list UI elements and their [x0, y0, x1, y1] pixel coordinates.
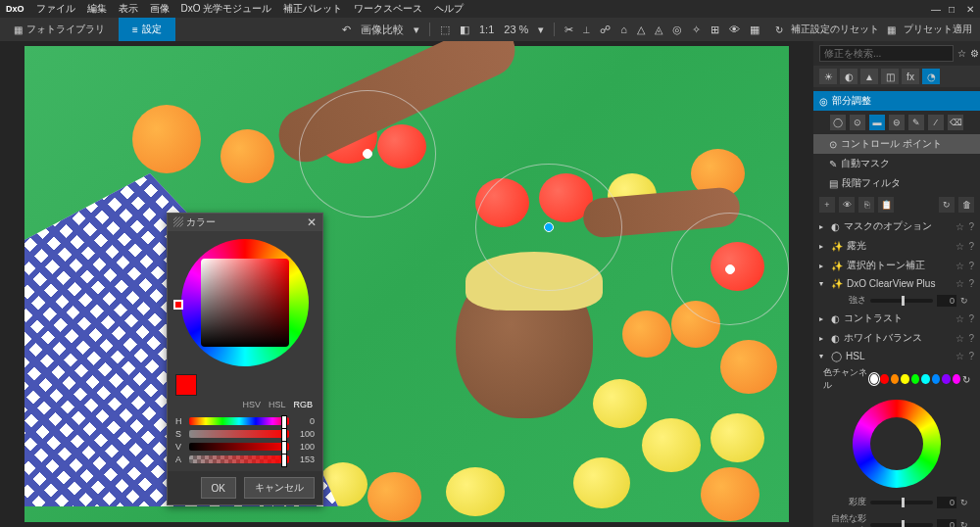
perspective-icon[interactable]: ☍ — [600, 24, 611, 36]
chip-red[interactable] — [880, 374, 888, 384]
tab-hsl[interactable]: HSL — [269, 400, 286, 409]
sat-slider[interactable] — [189, 430, 289, 438]
chip-purple[interactable] — [942, 374, 950, 384]
item-grad-filter[interactable]: ▤段階フィルタ — [813, 173, 980, 193]
tab-settings[interactable]: ≡ 設定 — [119, 18, 175, 41]
panel-partial-adjust[interactable]: ◎ 部分調整 — [813, 91, 980, 111]
add-icon[interactable]: + — [819, 197, 835, 213]
menu-dxo-optics[interactable]: DxO 光学モジュール — [181, 2, 272, 16]
section-selective-tone[interactable]: ▸✨選択的トーン補正☆? — [813, 256, 980, 275]
tab-library[interactable]: ▦ フォトライブラリ — [0, 18, 119, 41]
reset-chips-icon[interactable]: ↻ — [962, 374, 970, 385]
chip-cyan[interactable] — [921, 374, 929, 384]
eraser-icon[interactable]: ⌫ — [948, 115, 963, 130]
section-exposure[interactable]: ▸✨露光☆? — [813, 236, 980, 256]
search-input[interactable] — [819, 45, 954, 62]
preset-button[interactable]: プリセット適用 — [904, 23, 972, 36]
dust-icon[interactable]: ✧ — [692, 24, 701, 36]
dialog-titlebar[interactable]: ▨ カラー ✕ — [168, 214, 322, 231]
scale-label[interactable]: 1:1 — [479, 24, 494, 35]
section-mask-option[interactable]: ▸◐マスクのオプション☆? — [813, 216, 980, 236]
section-clearview[interactable]: ▾✨DxO ClearView Plus☆? — [813, 275, 980, 292]
copy-icon[interactable]: ⎘ — [858, 197, 874, 213]
val-slider[interactable] — [189, 443, 289, 451]
reset-slider-icon[interactable]: ↻ — [960, 296, 968, 306]
tab-light-icon[interactable]: ☀ — [819, 69, 837, 84]
miniature-icon[interactable]: ◬ — [655, 24, 662, 36]
zoom-value[interactable]: 23 % — [504, 24, 528, 35]
menu-file[interactable]: ファイル — [36, 2, 75, 16]
keystone-icon[interactable]: ⌂ — [620, 24, 627, 35]
chip-all[interactable] — [870, 374, 878, 384]
settings-icon[interactable]: ⚙ — [970, 48, 979, 59]
crop-icon[interactable]: ✂ — [564, 24, 573, 36]
chip-orange[interactable] — [891, 374, 899, 384]
reshape-icon[interactable]: △ — [637, 24, 645, 36]
strength-value[interactable]: 0 — [937, 295, 956, 307]
cancel-button[interactable]: キャンセル — [244, 477, 315, 499]
section-hsl[interactable]: ▾◯HSL☆? — [813, 348, 980, 364]
chip-green[interactable] — [911, 374, 919, 384]
chip-yellow[interactable] — [901, 374, 908, 384]
redeye-icon[interactable]: ◎ — [672, 24, 682, 36]
item-control-point[interactable]: ⊙コントロール ポイント — [813, 134, 980, 154]
control-line-icon[interactable]: ◯ — [830, 115, 846, 130]
compare-button[interactable]: 画像比較 — [361, 23, 404, 37]
gradient-icon[interactable]: ∕ — [928, 115, 944, 130]
hue-slider[interactable] — [189, 417, 289, 425]
section-white-balance[interactable]: ▸◐ホワイトバランス☆? — [813, 328, 980, 348]
reset-icon[interactable]: ↻ — [939, 197, 955, 213]
hsl-color-wheel[interactable] — [853, 400, 941, 488]
minimize-icon[interactable]: — — [931, 4, 941, 14]
neg-point-icon[interactable]: ⊖ — [889, 115, 905, 130]
color-wheel[interactable] — [181, 239, 309, 366]
vib-value[interactable]: 0 — [937, 519, 956, 527]
close-icon[interactable]: ✕ — [966, 4, 976, 14]
image-viewer[interactable]: ▨ カラー ✕ HSV HSL RGB H0 S100 V100 A153 OK… — [0, 41, 813, 527]
chevron-down-icon[interactable]: ▾ — [414, 24, 419, 36]
grid-icon[interactable]: ▦ — [750, 24, 760, 36]
tab-hsv[interactable]: HSV — [242, 400, 261, 409]
delete-icon[interactable]: 🗑 — [958, 197, 974, 213]
navigator-icon[interactable]: ◧ — [460, 24, 469, 36]
preset-icon[interactable]: ▦ — [887, 24, 896, 35]
dialog-close-icon[interactable]: ✕ — [307, 216, 317, 229]
zoom-chevron-icon[interactable]: ▾ — [538, 24, 544, 36]
chip-blue[interactable] — [932, 374, 940, 384]
menu-help[interactable]: ヘルプ — [434, 2, 464, 16]
paste-icon[interactable]: 📋 — [878, 197, 894, 213]
reset-sat-icon[interactable]: ↻ — [960, 498, 968, 507]
star-icon[interactable]: ☆ — [957, 48, 966, 59]
alpha-slider[interactable] — [189, 455, 289, 463]
sat-slider[interactable] — [870, 501, 933, 504]
tab-local-icon[interactable]: ◔ — [922, 69, 940, 84]
eye-toggle-icon[interactable]: 👁 — [839, 197, 855, 213]
brush-icon[interactable]: ▬ — [869, 115, 885, 130]
tab-rgb[interactable]: RGB — [293, 400, 313, 409]
sat-value[interactable]: 0 — [937, 497, 956, 508]
tab-geometry-icon[interactable]: ◫ — [881, 69, 899, 84]
menu-image[interactable]: 画像 — [150, 2, 170, 16]
vib-slider[interactable] — [870, 523, 933, 527]
fit-icon[interactable]: ⬚ — [440, 24, 450, 36]
section-contrast[interactable]: ▸◐コントラスト☆? — [813, 309, 980, 328]
menu-edit[interactable]: 編集 — [87, 2, 107, 16]
menu-palette[interactable]: 補正パレット — [283, 2, 342, 16]
chip-magenta[interactable] — [953, 374, 960, 384]
tab-contrast-icon[interactable]: ◐ — [840, 69, 858, 84]
current-color-swatch[interactable] — [175, 374, 197, 396]
menu-view[interactable]: 表示 — [119, 2, 138, 16]
watermark-icon[interactable]: ⊞ — [710, 24, 719, 36]
maximize-icon[interactable]: □ — [949, 4, 958, 14]
tab-detail-icon[interactable]: ▲ — [860, 69, 878, 84]
horizon-icon[interactable]: ⟂ — [583, 24, 590, 35]
tab-fx-icon[interactable]: fx — [902, 69, 919, 84]
reset-vib-icon[interactable]: ↻ — [960, 520, 968, 527]
ok-button[interactable]: OK — [201, 477, 236, 499]
auto-mask-icon[interactable]: ✎ — [908, 115, 924, 130]
hue-handle[interactable] — [173, 300, 183, 310]
strength-slider[interactable] — [870, 299, 933, 303]
eye-icon[interactable]: 👁 — [729, 24, 740, 35]
item-auto-mask[interactable]: ✎自動マスク — [813, 154, 980, 173]
history-icon[interactable]: ↶ — [342, 24, 351, 36]
